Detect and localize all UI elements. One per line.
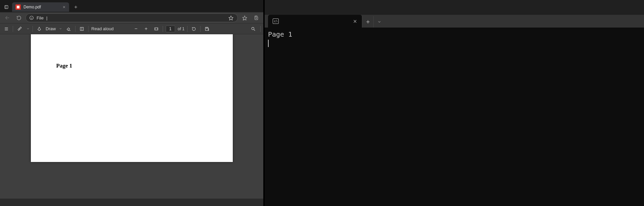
erase-icon[interactable] <box>65 25 72 33</box>
browser-window: Demo.pdf File | <box>0 0 263 206</box>
fit-page-icon[interactable] <box>153 25 160 33</box>
pdf-favicon-icon <box>15 4 21 10</box>
draw-chevron-icon[interactable] <box>58 25 62 33</box>
site-info-icon[interactable] <box>29 15 34 20</box>
svg-rect-0 <box>5 5 8 8</box>
browser-footer <box>0 199 263 206</box>
svg-point-28 <box>252 27 254 30</box>
browser-tab-title: Demo.pdf <box>23 5 41 9</box>
highlight-icon[interactable] <box>16 25 23 33</box>
terminal-titlebar-space <box>265 0 644 15</box>
pdf-toolbar: Draw Read aloud <box>0 24 263 34</box>
pdf-page-heading: Page 1 <box>56 63 207 69</box>
save-icon[interactable] <box>203 25 211 33</box>
pdf-page: Page 1 <box>31 34 233 162</box>
terminal-cursor <box>268 40 269 47</box>
new-tab-button[interactable] <box>72 3 80 11</box>
terminal-window: Page 1 <box>265 0 644 206</box>
pdf-viewer-area[interactable]: Page 1 <box>0 34 263 199</box>
toolbar-separator <box>163 26 163 32</box>
toolbar-separator <box>88 26 89 32</box>
search-icon[interactable] <box>250 25 257 33</box>
svg-marker-10 <box>229 16 233 20</box>
draw-button[interactable]: Draw <box>46 26 56 31</box>
svg-line-29 <box>254 29 255 31</box>
nav-refresh-button[interactable] <box>14 13 23 23</box>
pdf-toolbar-right <box>250 25 261 33</box>
page-total-label: of 1 <box>178 27 184 31</box>
terminal-tab-close-button[interactable] <box>353 19 357 24</box>
close-tab-button[interactable] <box>62 5 66 9</box>
toolbar-separator <box>33 26 33 32</box>
toolbar-separator <box>200 26 201 32</box>
address-text: | <box>46 15 225 20</box>
address-bar[interactable]: File | <box>25 13 238 22</box>
toolbar-separator <box>13 26 13 32</box>
nav-back-button[interactable] <box>3 13 12 23</box>
browser-addressbar-row: File | <box>0 12 263 24</box>
svg-marker-11 <box>243 16 247 20</box>
browser-tabstrip: Demo.pdf <box>0 2 263 12</box>
collections-icon[interactable] <box>251 13 261 23</box>
highlight-chevron-icon[interactable] <box>26 25 30 33</box>
terminal-tab-dropdown-button[interactable] <box>373 16 385 28</box>
favorite-star-icon[interactable] <box>227 14 234 21</box>
svg-rect-27 <box>206 27 208 28</box>
favorites-icon[interactable] <box>240 13 249 23</box>
read-aloud-button[interactable]: Read aloud <box>91 26 114 31</box>
toolbar-separator <box>75 26 75 32</box>
terminal-tabstrip <box>265 15 644 28</box>
toolbar-separator <box>260 26 261 32</box>
svg-rect-26 <box>205 27 208 30</box>
browser-tab[interactable]: Demo.pdf <box>12 2 69 12</box>
terminal-output-line: Page 1 <box>268 30 641 39</box>
address-scheme-label: File <box>37 15 44 20</box>
toolbar-separator <box>187 26 187 32</box>
page-number-input[interactable] <box>166 26 175 32</box>
zoom-in-button[interactable] <box>143 25 150 33</box>
terminal-tab-icon <box>273 18 279 24</box>
page-view-icon[interactable] <box>78 25 86 33</box>
rotate-icon[interactable] <box>190 25 198 33</box>
tab-actions-icon[interactable] <box>2 3 11 11</box>
addressbar-right-icons <box>240 13 261 23</box>
terminal-body[interactable]: Page 1 <box>265 28 644 206</box>
terminal-tab[interactable] <box>268 15 362 28</box>
draw-icon[interactable] <box>36 25 43 33</box>
zoom-out-button[interactable] <box>132 25 140 33</box>
terminal-new-tab-button[interactable] <box>362 16 373 28</box>
terminal-cursor-line <box>268 39 641 47</box>
contents-icon[interactable] <box>3 25 10 33</box>
